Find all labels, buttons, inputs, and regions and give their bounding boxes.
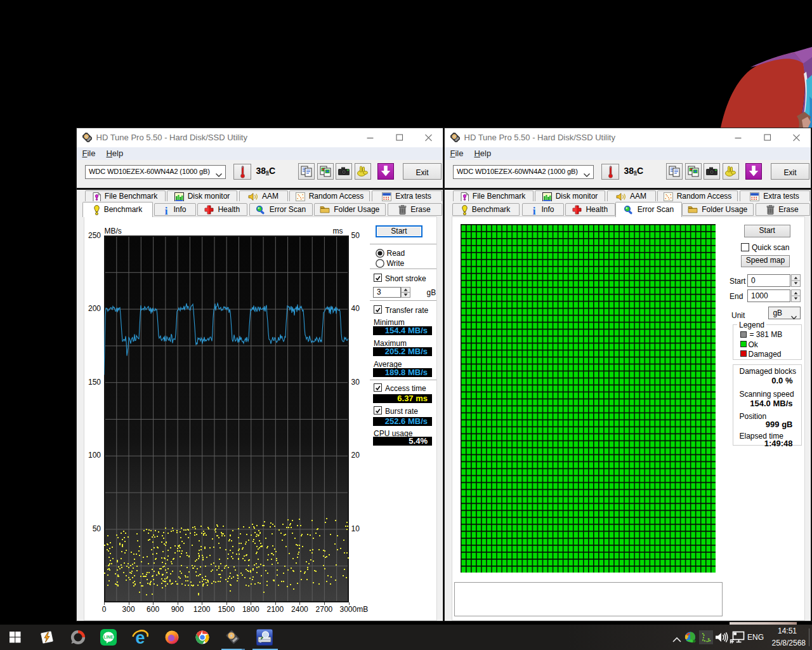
svg-text:LINE: LINE (103, 635, 114, 639)
